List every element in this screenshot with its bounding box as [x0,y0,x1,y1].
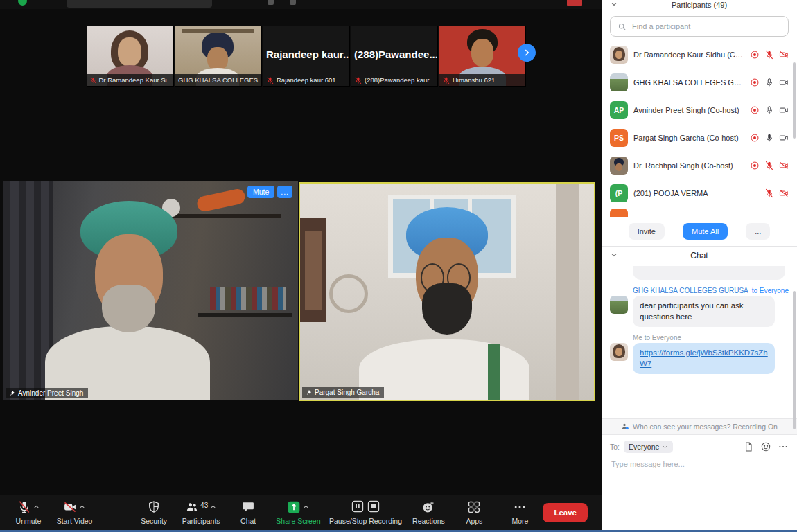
video-thumbnail[interactable]: Rajandeep kaur... Rajandeep kaur 601 [263,26,350,87]
more-button[interactable]: More [504,500,536,525]
recording-icon [750,105,760,115]
chat-link[interactable]: https://forms.gle/jWbS3tkPKKD7sZhW7 [640,348,768,368]
participant-row[interactable]: GHG KHALSA COLLEGES GURUS.. (Host) [602,69,797,96]
participants-button[interactable]: 43 Participants [184,500,218,525]
avatar [610,46,628,64]
fullscreen-icon[interactable] [290,0,296,5]
compose-more-icon[interactable] [778,441,789,452]
camera-off-icon [779,50,789,60]
stage-video-avninder[interactable]: Mute ... Avninder Preet Singh [3,181,298,400]
participant-video [300,184,594,400]
participant-row[interactable]: Dr Ramandeep Kaur Sidhu (Co-host, me) [602,41,797,69]
participants-scrollbar[interactable] [793,62,796,139]
mute-all-button[interactable]: Mute All [683,223,728,240]
participant-row[interactable]: PS Pargat Singh Garcha (Co-host) [602,124,797,152]
mic-off-icon [354,76,362,85]
pause-stop-recording-button[interactable]: Pause/Stop Recording [333,500,399,525]
participants-icon [185,500,199,514]
thumbnail-name-label: (288)Pawandeep kaur [351,74,437,86]
chat-compose: To: Everyone [602,435,797,504]
mic-off-icon [442,76,450,85]
chat-message-list[interactable]: GHG KHALSA COLLEGES GURUSAR SA.. to Ever… [602,265,797,418]
file-attach-icon[interactable] [743,441,754,452]
chevron-down-icon[interactable] [610,251,618,259]
video-name-tag: Pargat Singh Garcha [302,387,384,398]
invite-button[interactable]: Invite [629,223,665,240]
stage-video-pargat[interactable]: Pargat Singh Garcha [299,182,595,401]
search-input[interactable] [631,21,781,31]
to-label: To: [610,443,620,451]
who-can-see-icon [621,423,629,431]
privacy-notice: Who can see your messages? Recording On [602,418,797,435]
camera-icon [779,78,789,87]
mic-off-icon [764,188,774,198]
chevron-right-icon [522,48,532,57]
recording-icon [750,133,760,143]
emoji-icon[interactable] [760,441,771,452]
avatar: PS [610,129,628,147]
camera-icon [779,133,789,143]
avatar [610,343,628,361]
tile-more-button[interactable]: ... [277,186,292,198]
chevron-up-icon[interactable] [33,503,40,511]
participants-more-button[interactable]: ... [746,223,770,240]
participant-row[interactable]: (P (201) POOJA VERMA [602,179,797,207]
thumbnail-display-name: Rajandeep kaur... [266,48,350,60]
chevron-up-icon[interactable] [302,503,310,511]
more-dots-icon [513,500,527,514]
security-button[interactable]: Security [138,500,170,525]
mic-off-icon [764,161,774,170]
chevron-down-icon[interactable] [610,0,618,8]
camera-icon [779,105,789,115]
video-thumbnail[interactable]: (288)Pawandee... (288)Pawandeep kaur [351,26,438,87]
leave-button[interactable]: Leave [543,503,588,522]
participants-header: Participants (49) [602,0,797,10]
recording-icon [750,78,760,87]
stop-recording-icon[interactable] [367,500,380,513]
participant-row[interactable]: Dr. Rachhpal Singh (Co-host) [602,152,797,179]
camera-off-icon [779,161,789,170]
next-page-button[interactable] [518,44,536,62]
video-thumbnail[interactable]: Himanshu 621 [439,26,526,87]
scrolled-message-bubble [633,266,785,280]
chevron-up-icon[interactable] [209,503,217,511]
participant-search[interactable] [610,16,789,37]
chat-message: https://forms.gle/jWbS3tkPKKD7sZhW7 [610,343,789,374]
message-input[interactable] [610,459,791,503]
encryption-shield-icon [18,0,27,6]
message-sender-line: GHG KHALSA COLLEGES GURUSAR SA.. to Ever… [633,287,789,294]
unmute-button[interactable]: Unmute [12,500,44,525]
mute-participant-button[interactable]: Mute [247,186,274,198]
apps-button[interactable]: Apps [458,500,490,525]
avatar: AP [610,101,628,119]
video-thumbnail[interactable]: Dr Ramandeep Kaur Si.. [87,26,174,87]
share-screen-icon [287,500,301,514]
chevron-up-icon[interactable] [78,503,86,511]
mic-icon [764,105,774,115]
recording-icon [750,161,760,170]
pin-icon [305,389,312,396]
message-sender-line: Me to Everyone [633,334,789,342]
recording-icon [750,50,760,60]
chat-title: Chat [690,251,708,260]
mic-icon [764,78,774,87]
thumbnail-name-label: GHG KHALSA COLLEGES .. [175,74,261,86]
reactions-smiley-icon [421,500,435,514]
video-filmstrip: Dr Ramandeep Kaur Si.. GHG KHALSA COLLEG… [87,26,526,85]
pin-icon [8,390,15,397]
pause-recording-icon[interactable] [351,500,364,513]
start-video-button[interactable]: Start Video [58,500,91,525]
chat-button[interactable]: Chat [232,500,264,525]
chat-scrollbar[interactable] [793,291,796,429]
camera-off-icon [63,500,77,514]
chevron-down-icon [662,444,668,450]
mic-active-icon [764,133,774,143]
video-name-tag: Avninder Preet Singh [6,388,88,398]
recipient-dropdown[interactable]: Everyone [624,441,673,453]
avatar [610,296,628,314]
reactions-button[interactable]: Reactions [412,500,444,525]
participant-row[interactable]: AP Avninder Preet Singh (Co-host) [602,96,797,124]
pin-icon[interactable] [268,0,274,5]
share-screen-button[interactable]: Share Screen [278,500,319,525]
video-thumbnail[interactable]: GHG KHALSA COLLEGES .. [175,26,262,87]
